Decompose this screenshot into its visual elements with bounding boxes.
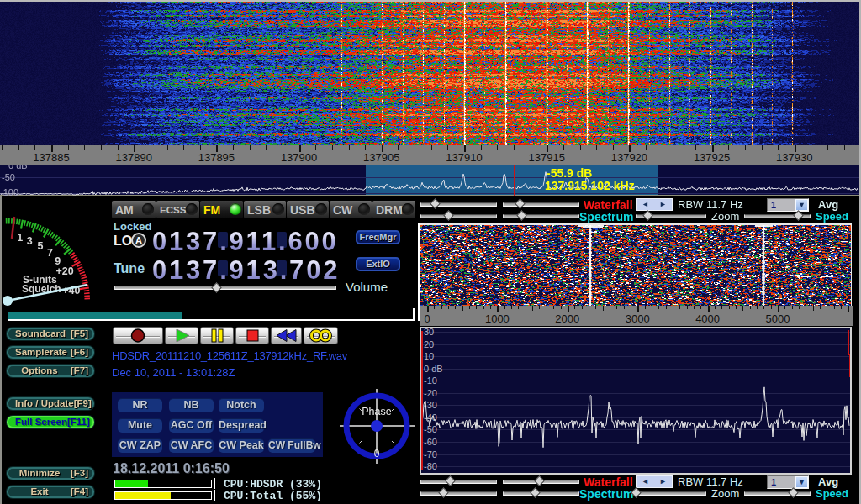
svg-text:0: 0	[374, 448, 380, 459]
svg-text:+20: +20	[55, 265, 73, 277]
svg-text:3: 3	[27, 235, 33, 247]
svg-text:Phase: Phase	[362, 406, 391, 417]
svg-text:1: 1	[17, 232, 23, 244]
svg-text:7: 7	[47, 247, 53, 259]
svg-text:5: 5	[38, 240, 44, 252]
